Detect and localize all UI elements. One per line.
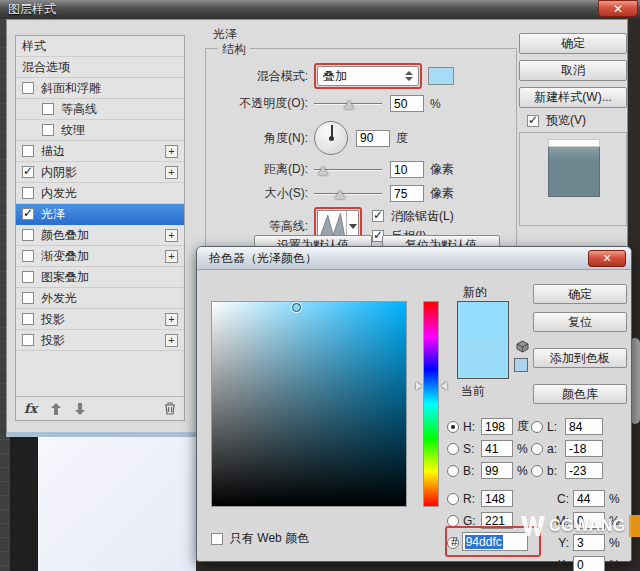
- picker-close-button[interactable]: ✕: [588, 250, 626, 267]
- sidebar-item-drop-shadow[interactable]: 投影: [16, 330, 184, 351]
- picker-reset-button[interactable]: 复位: [533, 312, 627, 332]
- c-input[interactable]: [573, 490, 605, 507]
- window-close-button[interactable]: ✕: [598, 0, 638, 17]
- sidebar-item-bevel-emboss[interactable]: 斜面和浮雕: [16, 78, 184, 99]
- move-up-icon[interactable]: [51, 403, 61, 415]
- sidebar-item-drop-shadow[interactable]: 投影: [16, 309, 184, 330]
- h-input[interactable]: [481, 418, 513, 435]
- color-field-marker[interactable]: [292, 303, 301, 312]
- satin-color-swatch[interactable]: [428, 67, 454, 85]
- size-slider[interactable]: [314, 187, 382, 201]
- hue-value-row: H: 度: [447, 418, 529, 435]
- checkbox[interactable]: [22, 187, 34, 199]
- l-input[interactable]: [565, 418, 603, 435]
- web-safe-cube-icon[interactable]: [516, 340, 529, 356]
- sidebar-filler: [16, 351, 184, 396]
- a-label: a:: [547, 442, 565, 456]
- sidebar-item-label: 图案叠加: [41, 269, 89, 286]
- r-input[interactable]: [481, 490, 513, 507]
- sidebar-item-texture[interactable]: 纹理: [16, 120, 184, 141]
- radio-l[interactable]: [531, 421, 543, 433]
- sidebar-item-stroke[interactable]: 描边: [16, 141, 184, 162]
- picker-ok-button[interactable]: 确定: [533, 284, 627, 304]
- web-safe-color-swatch[interactable]: [514, 358, 528, 372]
- web-colors-only-row[interactable]: 只有 Web 颜色: [211, 530, 309, 547]
- new-color-swatch: [458, 302, 508, 340]
- add-to-swatches-button[interactable]: 添加到色板: [533, 348, 627, 368]
- add-instance-button[interactable]: [165, 334, 178, 347]
- fx-icon[interactable]: fx: [24, 401, 37, 416]
- document-canvas: [38, 437, 196, 571]
- add-instance-button[interactable]: [165, 313, 178, 326]
- checkbox[interactable]: [22, 250, 34, 262]
- cancel-button[interactable]: 取消: [519, 60, 627, 81]
- add-instance-button[interactable]: [165, 229, 178, 242]
- sidebar-item-satin[interactable]: 光泽: [16, 204, 184, 225]
- size-input[interactable]: [390, 185, 424, 202]
- checkbox[interactable]: [22, 82, 34, 94]
- checkbox[interactable]: [22, 271, 34, 283]
- checkbox[interactable]: [527, 115, 539, 127]
- sidebar-item-gradient-overlay[interactable]: 渐变叠加: [16, 246, 184, 267]
- saturation-brightness-field[interactable]: [211, 301, 407, 507]
- s-input[interactable]: [481, 440, 513, 457]
- sidebar-item-styles[interactable]: 样式: [16, 36, 184, 57]
- sidebar-item-contour[interactable]: 等高线: [16, 99, 184, 120]
- effects-toolbar: fx: [16, 396, 184, 420]
- sidebar-item-blending-options[interactable]: 混合选项: [16, 57, 184, 78]
- new-style-button[interactable]: 新建样式(W)...: [519, 87, 627, 108]
- move-down-icon[interactable]: [75, 403, 85, 415]
- checkbox[interactable]: [42, 124, 54, 136]
- checkbox[interactable]: [22, 166, 34, 178]
- sidebar-item-outer-glow[interactable]: 外发光: [16, 288, 184, 309]
- add-instance-button[interactable]: [165, 250, 178, 263]
- current-color-swatch[interactable]: [458, 340, 508, 378]
- b-input[interactable]: [481, 462, 513, 479]
- blend-mode-select[interactable]: 叠加: [317, 66, 419, 86]
- radio-b-hsb[interactable]: [447, 465, 459, 477]
- new-current-swatch: [457, 301, 509, 379]
- hue-slider[interactable]: [423, 301, 439, 507]
- checkbox[interactable]: [22, 229, 34, 241]
- sidebar-item-inner-shadow[interactable]: 内阴影: [16, 162, 184, 183]
- preview-checkbox-row[interactable]: 预览(V): [527, 112, 586, 129]
- radio-r[interactable]: [447, 493, 459, 505]
- add-instance-button[interactable]: [165, 145, 178, 158]
- radio-s[interactable]: [447, 443, 459, 455]
- a-input[interactable]: [565, 440, 603, 457]
- radio-g[interactable]: [447, 515, 459, 527]
- distance-input[interactable]: [390, 161, 424, 178]
- checkbox[interactable]: [211, 533, 223, 545]
- lab-b-row: b:: [531, 462, 603, 479]
- angle-input[interactable]: [356, 130, 390, 147]
- ok-button[interactable]: 确定: [519, 33, 627, 54]
- hue-marker-right-icon[interactable]: [441, 382, 447, 390]
- radio-b-lab[interactable]: [531, 465, 543, 477]
- checkbox[interactable]: [22, 145, 34, 157]
- hue-marker-left-icon[interactable]: [416, 382, 422, 390]
- lab-b-input[interactable]: [565, 462, 603, 479]
- sidebar-item-inner-glow[interactable]: 内发光: [16, 183, 184, 204]
- antialias-checkbox-row[interactable]: 消除锯齿(L): [372, 208, 454, 225]
- radio-h[interactable]: [447, 421, 459, 433]
- checkbox[interactable]: [22, 208, 34, 220]
- angle-dial[interactable]: [314, 121, 348, 155]
- distance-slider[interactable]: [314, 163, 382, 177]
- checkbox[interactable]: [22, 313, 34, 325]
- checkbox[interactable]: [42, 103, 54, 115]
- hex-input[interactable]: 94ddfc: [462, 532, 528, 551]
- checkbox[interactable]: [22, 334, 34, 346]
- k-input[interactable]: [573, 556, 605, 571]
- checkbox[interactable]: [22, 292, 34, 304]
- watermark: CGWANG: [520, 514, 640, 538]
- opacity-input[interactable]: [390, 95, 424, 112]
- color-libraries-button[interactable]: 颜色库: [533, 384, 627, 404]
- radio-a[interactable]: [531, 443, 543, 455]
- add-instance-button[interactable]: [165, 166, 178, 179]
- sidebar-item-color-overlay[interactable]: 颜色叠加: [16, 225, 184, 246]
- delete-effect-icon[interactable]: [164, 402, 176, 415]
- sidebar-item-pattern-overlay[interactable]: 图案叠加: [16, 267, 184, 288]
- sidebar-item-label: 渐变叠加: [41, 248, 89, 265]
- checkbox[interactable]: [372, 210, 384, 222]
- opacity-slider[interactable]: [314, 97, 382, 111]
